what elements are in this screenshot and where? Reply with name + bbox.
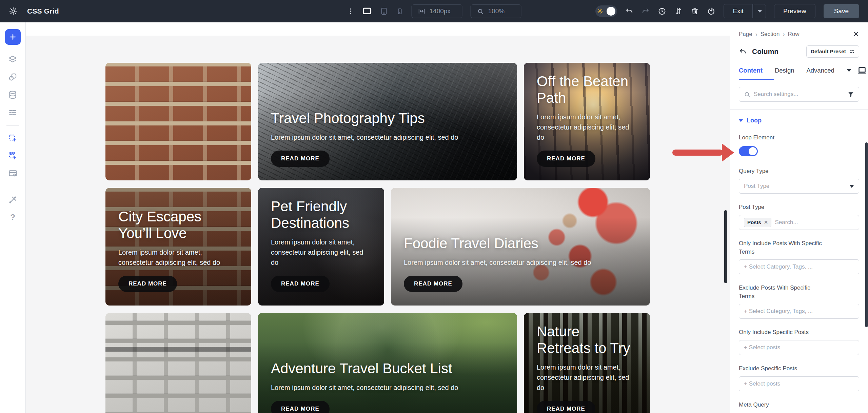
search-input[interactable] bbox=[754, 91, 844, 98]
settings-panel: Page › Section › Row ✕ Column Default Pr… bbox=[730, 22, 868, 413]
loop-card[interactable]: City Escapes You’ll Love Lorem ipsum dol… bbox=[105, 188, 251, 306]
help-icon: ? bbox=[10, 213, 15, 222]
query-type-select[interactable]: Post Type bbox=[739, 179, 859, 194]
loop-card-image-only[interactable] bbox=[105, 63, 251, 180]
preview-button[interactable]: Preview bbox=[774, 4, 815, 18]
add-element-icon bbox=[9, 33, 17, 41]
tablet-icon[interactable] bbox=[380, 7, 388, 15]
desktop-icon[interactable] bbox=[362, 6, 372, 16]
sidebar-item-dynamic-data[interactable] bbox=[5, 87, 21, 102]
read-more-button[interactable]: READ MORE bbox=[404, 276, 462, 292]
sidebar-item-select-element[interactable] bbox=[5, 131, 21, 146]
chevron-right-icon: › bbox=[755, 31, 757, 38]
loop-card-image-only[interactable] bbox=[105, 313, 251, 413]
loop-card[interactable]: Foodie Travel Diaries Lorem ipsum dolor … bbox=[391, 188, 650, 306]
post-loop-grid: Travel Photography Tips Lorem ipsum dolo… bbox=[105, 63, 650, 413]
loop-card[interactable]: Pet Friendly Destinations Lorem ipsum do… bbox=[258, 188, 384, 306]
read-more-button[interactable]: READ MORE bbox=[537, 151, 595, 167]
settings-gear-icon[interactable] bbox=[9, 7, 18, 16]
add-element-button[interactable] bbox=[5, 29, 21, 45]
sidebar-item-tools[interactable] bbox=[5, 192, 21, 208]
sidebar-item-layers[interactable] bbox=[5, 52, 21, 67]
breadcrumb-row[interactable]: Row bbox=[788, 31, 799, 38]
read-more-button[interactable]: READ MORE bbox=[271, 276, 330, 292]
tab-design[interactable]: Design bbox=[775, 67, 794, 74]
shutdown-arrow-icon[interactable] bbox=[707, 7, 715, 16]
sort-arrows-icon[interactable] bbox=[674, 7, 683, 15]
history-icon[interactable] bbox=[658, 7, 666, 16]
sidebar-item-styles[interactable] bbox=[5, 69, 21, 85]
canvas-scrollbar[interactable] bbox=[724, 210, 727, 283]
read-more-button[interactable]: READ MORE bbox=[118, 276, 177, 292]
sidebar-item-responsive-preview[interactable] bbox=[5, 166, 21, 181]
tab-advanced[interactable]: Advanced bbox=[806, 67, 834, 74]
card-excerpt: Lorem ipsum dolor sit amet, consectetur … bbox=[271, 237, 371, 268]
include-terms-input[interactable]: + Select Category, Tags, ... bbox=[739, 259, 859, 274]
chevron-down-icon bbox=[739, 119, 743, 122]
sidebar-item-select-children[interactable] bbox=[5, 148, 21, 164]
close-panel-button[interactable]: ✕ bbox=[853, 31, 859, 38]
page-top-margin bbox=[26, 22, 730, 36]
loop-element-toggle[interactable] bbox=[739, 146, 758, 156]
read-more-button[interactable]: READ MORE bbox=[537, 401, 595, 413]
panel-scrollbar[interactable] bbox=[865, 142, 868, 327]
zoom-control[interactable]: 100% bbox=[471, 4, 521, 18]
zoom-value: 100% bbox=[488, 7, 505, 15]
breadcrumb: Page › Section › Row ✕ bbox=[739, 31, 859, 38]
loop-card[interactable]: Off the Beaten Path Lorem ipsum dolor si… bbox=[524, 63, 650, 180]
sidebar-divider bbox=[6, 125, 19, 126]
kebab-menu-icon[interactable] bbox=[347, 7, 354, 15]
canvas-width-value: 1400px bbox=[430, 7, 451, 15]
annotation-arrow bbox=[672, 150, 723, 156]
settings-search[interactable] bbox=[739, 87, 859, 102]
card-excerpt: Lorem ipsum dolor sit amet, consectetur … bbox=[271, 132, 488, 142]
loop-card[interactable]: Adventure Travel Bucket List Lorem ipsum… bbox=[258, 313, 517, 413]
canvas-width-control[interactable]: 1400px bbox=[412, 4, 462, 18]
read-more-button[interactable]: READ MORE bbox=[271, 401, 330, 413]
select-children-icon bbox=[8, 151, 18, 161]
remove-chip-icon[interactable]: ✕ bbox=[764, 219, 768, 225]
include-posts-label: Only Include Specific Posts bbox=[739, 328, 859, 337]
include-posts-input[interactable]: + Select posts bbox=[739, 340, 859, 355]
card-title: Travel Photography Tips bbox=[271, 110, 504, 127]
breadcrumb-page[interactable]: Page bbox=[739, 31, 752, 38]
select-element-icon bbox=[8, 134, 18, 143]
loop-section-header[interactable]: Loop bbox=[739, 117, 859, 124]
dynamic-data-icon bbox=[8, 90, 17, 99]
layers-icon bbox=[8, 55, 17, 64]
save-button[interactable]: Save bbox=[824, 4, 859, 18]
exclude-terms-input[interactable]: + Select Category, Tags, ... bbox=[739, 304, 859, 319]
loop-card[interactable]: Nature Retreats to Try Lorem ipsum dolor… bbox=[524, 313, 650, 413]
back-arrow-icon[interactable] bbox=[739, 48, 747, 56]
exit-dropdown-button[interactable] bbox=[754, 4, 766, 18]
trash-icon[interactable] bbox=[691, 7, 699, 15]
mobile-icon[interactable] bbox=[396, 8, 403, 15]
chevron-down-icon bbox=[849, 185, 854, 188]
default-preset-button[interactable]: Default Preset bbox=[806, 45, 859, 58]
tab-content[interactable]: Content bbox=[739, 67, 763, 74]
breakpoint-dropdown-icon[interactable] bbox=[847, 69, 851, 72]
left-toolbar: ? bbox=[0, 22, 26, 413]
desktop-breakpoint-icon[interactable] bbox=[857, 66, 867, 75]
chevron-down-icon bbox=[758, 10, 762, 13]
tools-icon bbox=[8, 195, 17, 204]
sidebar-item-help[interactable]: ? bbox=[5, 210, 21, 225]
builder-canvas: Travel Photography Tips Lorem ipsum dolo… bbox=[26, 22, 730, 413]
element-title: Column bbox=[752, 47, 778, 56]
section-title: Loop bbox=[747, 117, 762, 124]
builder-mode-toggle[interactable] bbox=[595, 5, 617, 17]
redo-icon[interactable] bbox=[642, 7, 650, 15]
exclude-posts-input[interactable]: + Select posts bbox=[739, 376, 859, 391]
card-title: City Escapes You’ll Love bbox=[118, 208, 238, 242]
filter-funnel-icon[interactable] bbox=[848, 91, 854, 98]
exit-button[interactable]: Exit bbox=[724, 4, 753, 18]
undo-icon[interactable] bbox=[625, 7, 633, 15]
post-type-input[interactable]: Posts ✕ Search... bbox=[739, 215, 859, 230]
sidebar-item-structure[interactable] bbox=[5, 104, 21, 120]
loop-card[interactable]: Travel Photography Tips Lorem ipsum dolo… bbox=[258, 63, 517, 180]
breadcrumb-section[interactable]: Section bbox=[761, 31, 780, 38]
toggle-knob bbox=[749, 147, 757, 155]
card-excerpt: Lorem ipsum dolor sit amet, consectetur … bbox=[537, 112, 637, 142]
exclude-terms-label: Exclude Posts With Specific Terms bbox=[739, 284, 825, 300]
read-more-button[interactable]: READ MORE bbox=[271, 151, 330, 167]
